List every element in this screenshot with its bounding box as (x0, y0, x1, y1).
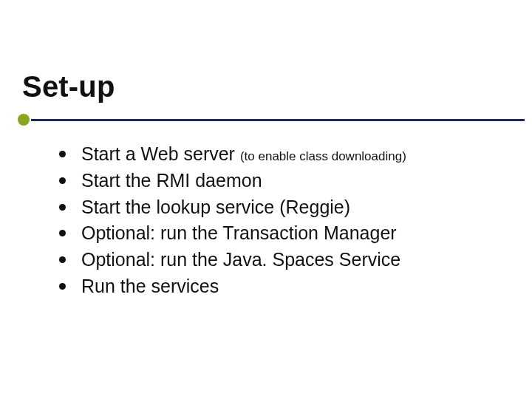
bullet-icon (59, 151, 66, 157)
bullet-list: Start a Web server (to enable class down… (59, 142, 502, 299)
list-item-text: Start the lookup service (Reggie) (81, 197, 350, 217)
title-block: Set-up (22, 70, 115, 103)
list-item-text: Optional: run the Java. Spaces Service (81, 249, 400, 270)
list-item-text: Start the RMI daemon (81, 170, 262, 191)
list-item: Run the services (59, 274, 502, 299)
list-item: Start the lookup service (Reggie) (59, 195, 502, 220)
bullet-icon (59, 230, 66, 236)
list-item: Start a Web server (to enable class down… (59, 142, 502, 167)
list-item-subtext: (to enable class downloading) (240, 149, 406, 163)
bullet-icon (59, 256, 66, 263)
bullet-icon (59, 177, 66, 184)
rule-bar (31, 119, 525, 121)
title-rule (18, 117, 525, 123)
list-item-text: Run the services (81, 276, 219, 296)
list-item: Start the RMI daemon (59, 168, 502, 194)
slide: Set-up Start a Web server (to enable cla… (0, 0, 532, 399)
list-item: Optional: run the Transaction Manager (59, 221, 502, 246)
bullet-icon (59, 283, 66, 290)
list-item-text: Start a Web server (81, 143, 240, 164)
slide-title: Set-up (22, 70, 115, 103)
rule-dot-icon (18, 114, 30, 126)
list-item-text: Optional: run the Transaction Manager (81, 222, 397, 243)
list-item: Optional: run the Java. Spaces Service (59, 248, 502, 273)
bullet-icon (59, 204, 66, 211)
content-area: Start a Web server (to enable class down… (59, 142, 502, 301)
